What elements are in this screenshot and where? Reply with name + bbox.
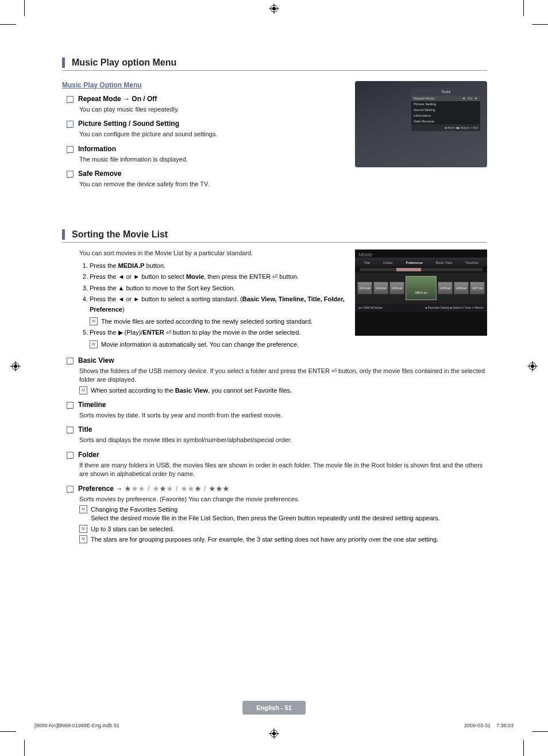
registration-mark-bottom xyxy=(269,728,279,739)
note-text: The movie files are sorted according to … xyxy=(101,317,312,326)
movie-strip: 1231.avi 1232.avi 1233.avi ABCD.avi 1235… xyxy=(355,273,487,304)
item-timeline: Timeline xyxy=(67,401,487,409)
tools-header: Tools xyxy=(411,88,480,95)
movie-screenshot: Movie Title Folder Preference Basic View… xyxy=(355,250,487,336)
item-safe-remove: Safe Remove xyxy=(67,170,487,178)
registration-mark-right xyxy=(527,361,538,371)
bullet-icon xyxy=(67,486,74,493)
item-information: Information xyxy=(67,145,348,153)
section-title: Sorting the Movie List xyxy=(72,229,168,242)
bullet-icon xyxy=(67,427,74,433)
movie-thumb: 1232.avi xyxy=(373,282,388,294)
movie-thumb: 1233.avi xyxy=(389,282,404,294)
note-icon: N xyxy=(79,386,87,394)
note-icon: N xyxy=(79,505,87,513)
note-text: Up to 3 stars can be selected. xyxy=(91,525,175,534)
note-icon: N xyxy=(79,535,87,543)
note-row: N Up to 3 stars can be selected. xyxy=(79,525,487,534)
note-row: N The stars are for grouping purposes on… xyxy=(79,535,487,544)
section-header-music: Music Play option Menu xyxy=(62,57,487,71)
item-body: Shows the folders of the USB memory devi… xyxy=(79,367,487,385)
item-body: If there are many folders in USB, the mo… xyxy=(79,461,487,479)
stars-icon: ★★★ / ★★★ / ★★★ / ★★★ xyxy=(125,485,230,493)
movie-thumb-selected: ABCD.avi xyxy=(406,276,437,300)
note-text: Movie information is automatically set. … xyxy=(101,340,299,349)
tools-row: Picture Setting xyxy=(411,101,480,107)
tools-row: Information xyxy=(411,113,480,118)
bullet-icon xyxy=(67,121,74,128)
registration-mark-top xyxy=(269,3,279,14)
tools-row: Sound Setting xyxy=(411,107,480,113)
bullet-icon xyxy=(67,452,74,459)
item-title-sort: Title xyxy=(67,425,487,433)
tools-panel: Tools Repeat Mode ◄ On ► Picture Setting… xyxy=(411,88,480,131)
bullet-icon xyxy=(67,358,74,364)
movie-thumb: 1237.avi xyxy=(470,282,485,294)
note-text: Changing the Favorites Setting Select th… xyxy=(91,505,440,523)
item-body: Sorts and displays the movie titles in s… xyxy=(79,436,487,444)
footer-filename: [8000-NA]BN68-01988E-Eng.indb 51 xyxy=(34,723,119,728)
page-number-badge: English - 51 xyxy=(242,701,306,715)
note-row: N When sorted according to the Basic Vie… xyxy=(79,386,487,395)
item-folder: Folder xyxy=(67,451,487,459)
note-text: The stars are for grouping purposes only… xyxy=(91,535,438,544)
note-icon: N xyxy=(79,525,87,533)
item-picture-sound: Picture Setting / Sound Setting xyxy=(67,120,348,128)
bullet-icon xyxy=(67,96,74,103)
bullet-icon xyxy=(67,402,74,409)
item-repeat-mode: Repeat Mode → On / Off xyxy=(67,95,348,103)
movie-footer: ⟵ SUM ⊞ Device ■ Favorites Setting ■ Sel… xyxy=(355,304,487,312)
movie-thumb: 1235.avi xyxy=(438,282,453,294)
section-title: Music Play option Menu xyxy=(72,57,176,70)
movie-thumb: 1231.avi xyxy=(357,282,372,294)
tools-footer: ◆ Move ◀▶ Adjust ⮐ Exit xyxy=(411,124,480,131)
note-row: N Changing the Favorites Setting Select … xyxy=(79,505,487,523)
tools-screenshot: Tools Repeat Mode ◄ On ► Picture Setting… xyxy=(355,81,487,167)
item-basic-view: Basic View xyxy=(67,356,487,364)
item-body: Sorts movies by preference. (Favorite) Y… xyxy=(79,495,487,504)
registration-mark-left xyxy=(10,361,21,371)
note-icon: N xyxy=(90,317,98,325)
movie-tabs: Title Folder Preference Basic View Timel… xyxy=(355,258,487,267)
section-header-sorting: Sorting the Movie List xyxy=(62,229,487,243)
note-icon: N xyxy=(90,340,98,348)
tools-row: Safe Remove xyxy=(411,118,480,124)
bullet-icon xyxy=(67,171,74,178)
tools-row-repeat: Repeat Mode ◄ On ► xyxy=(411,95,480,101)
note-text: When sorted according to the Basic View,… xyxy=(91,386,292,395)
footer-timestamp: 2009-03-31 7:36:03 xyxy=(464,723,514,728)
item-body: Sorts movies by date. It sorts by year a… xyxy=(79,411,487,420)
item-preference: Preference → ★★★ / ★★★ / ★★★ / ★★★ xyxy=(67,485,487,493)
bullet-icon xyxy=(67,146,74,153)
movie-thumb: 1236.avi xyxy=(454,282,469,294)
item-body: You can remove the device safely from th… xyxy=(79,180,487,189)
